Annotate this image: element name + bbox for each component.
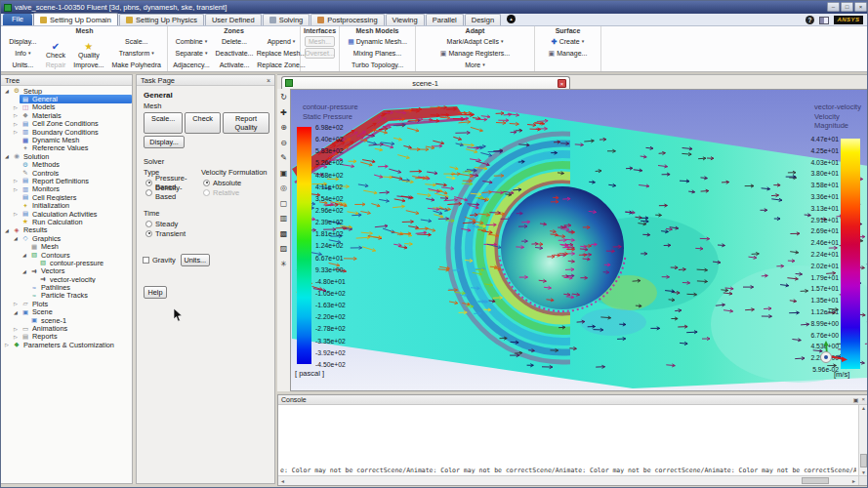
console-vertical-scrollbar[interactable]: ▲ ▼ <box>858 405 868 475</box>
close-icon[interactable]: × <box>267 77 270 84</box>
tab-setting-up-physics[interactable]: Setting Up Physics <box>119 14 204 25</box>
scale-button[interactable]: Scale... <box>144 112 183 134</box>
radio-steady[interactable]: Steady <box>145 220 274 227</box>
tree-collapsed-icon[interactable]: ▷ <box>12 104 20 110</box>
radio-transient[interactable]: Transient <box>145 229 274 237</box>
units-button[interactable]: Units... <box>181 254 210 266</box>
zones-append-button[interactable]: Append▾ <box>258 36 305 47</box>
tree-collapsed-icon[interactable]: ▷ <box>12 334 20 340</box>
tree-collapsed-icon[interactable]: ▷ <box>12 121 20 127</box>
fit-window-icon[interactable]: ▢ <box>278 198 289 210</box>
ribbon-toggle-icon[interactable]: ▴ <box>507 15 516 23</box>
tree-item-boundary-conditions[interactable]: ▷▥Boundary Conditions <box>1 128 132 136</box>
scrollbar-thumb[interactable] <box>802 477 829 484</box>
tree-collapsed-icon[interactable]: ▷ <box>12 129 20 135</box>
report-quality-button[interactable]: Report Quality <box>223 112 269 134</box>
viewport[interactable]: contour-pressure Static Pressure 6.98e+0… <box>290 89 868 391</box>
tree-item-graphics[interactable]: ◢◇Graphics <box>1 234 132 242</box>
tree-collapsed-icon[interactable]: ▷ <box>12 301 20 306</box>
tree-item-cell-registers[interactable]: ▤Cell Registers <box>1 193 132 201</box>
tree-item-solution[interactable]: ◢◉Solution <box>1 152 132 160</box>
tree-item-contour-pressure[interactable]: ▧contour-pressure <box>1 259 132 266</box>
mesh-display-button[interactable]: Display... <box>6 36 40 47</box>
tree-expanded-icon[interactable]: ◢ <box>21 268 28 274</box>
surface-create-button[interactable]: ✚Create▾ <box>539 36 597 47</box>
zoom-out-icon[interactable]: ⊖ <box>278 138 289 149</box>
console-body[interactable]: e: Color may not be correctScene/Animate… <box>278 405 868 485</box>
tree-item-setup[interactable]: ◢⚙Setup <box>1 87 132 95</box>
minimize-icon[interactable]: – <box>827 2 840 12</box>
tree-item-cell-zone-conditions[interactable]: ▷▤Cell Zone Conditions <box>1 120 132 128</box>
rotate-icon[interactable]: ↻ <box>278 92 289 103</box>
mesh-check-button[interactable]: ✔ Check <box>44 36 68 59</box>
tree-item-methods[interactable]: ⚙Methods <box>1 161 132 169</box>
mesh-make-polyhedra-button[interactable]: Make Polyhedra <box>109 60 163 70</box>
mesh-scale-button[interactable]: Scale... <box>109 36 163 47</box>
tree-item-reports[interactable]: ▷▤Reports <box>1 333 132 341</box>
tree-item-run-calculation[interactable]: ★Run Calculation <box>1 218 132 225</box>
turbo-topology-button[interactable]: Turbo Topology... <box>344 60 411 70</box>
tree-expanded-icon[interactable]: ◢ <box>21 252 28 258</box>
zoom-box-icon[interactable]: ▣ <box>278 168 289 180</box>
help-icon[interactable]: ? <box>806 16 814 24</box>
tree-item-pathlines[interactable]: ≈Pathlines <box>1 283 132 291</box>
tree-item-monitors[interactable]: ▷▥Monitors <box>1 185 132 193</box>
tree-item-report-definitions[interactable]: ▷▤Report Definitions <box>1 177 132 184</box>
tree-item-controls[interactable]: ✎Controls <box>1 169 132 177</box>
mark-adapt-cells-button[interactable]: Mark/Adapt Cells▾ <box>420 36 530 47</box>
adapt-more-button[interactable]: More▾ <box>420 60 530 70</box>
tree-collapsed-icon[interactable]: ▷ <box>3 342 11 347</box>
resize-grip[interactable] <box>858 475 868 485</box>
zones-activate-button[interactable]: Activate... <box>215 60 254 70</box>
tree-expanded-icon[interactable]: ◢ <box>12 235 20 241</box>
gravity-checkbox[interactable] <box>143 257 149 264</box>
tree-collapsed-icon[interactable]: ▷ <box>12 326 20 332</box>
mesh-transform-button[interactable]: Transform▾ <box>109 48 163 59</box>
lights-icon[interactable]: ✳ <box>278 259 289 270</box>
tree-expanded-icon[interactable]: ◢ <box>3 227 11 233</box>
zones-replace-mesh-button[interactable]: Replace Mesh... <box>258 48 305 59</box>
scene-tab[interactable]: scene-1 × <box>281 76 570 89</box>
tree-item-particle-tracks[interactable]: ≈Particle Tracks <box>1 292 132 300</box>
tree-item-parameters-customization[interactable]: ▷◆Parameters & Customization <box>1 341 132 348</box>
mesh-units-button[interactable]: Units... <box>6 60 40 70</box>
tab-user-defined[interactable]: User Defined <box>205 14 262 25</box>
manage-registers-button[interactable]: ▣Manage Registers... <box>420 48 530 59</box>
mesh-quality-button[interactable]: ★ Quality <box>71 36 105 59</box>
zones-separate-button[interactable]: Separate▾ <box>172 48 211 59</box>
tree-collapsed-icon[interactable]: ▷ <box>12 112 20 118</box>
mesh-info-button[interactable]: Info▾ <box>6 48 40 59</box>
pan-icon[interactable]: ✚ <box>278 107 289 119</box>
zones-delete-button[interactable]: Delete... <box>215 36 254 47</box>
views-icon[interactable]: ▨ <box>278 243 289 255</box>
scene-close-icon[interactable]: × <box>558 79 566 88</box>
tree-expanded-icon[interactable]: ◢ <box>12 309 20 315</box>
tree-item-models[interactable]: ▷◫Models <box>1 103 132 111</box>
maximize-icon[interactable]: □ <box>841 2 853 12</box>
dynamic-mesh-button[interactable]: ▦Dynamic Mesh... <box>344 36 411 47</box>
probe-icon[interactable]: ✎ <box>278 152 289 164</box>
display-button[interactable]: Display... <box>144 136 185 148</box>
tree-item-results[interactable]: ◢◈Results <box>1 226 132 234</box>
tab-postprocessing[interactable]: Postprocessing <box>310 14 384 25</box>
zones-adjacency-button[interactable]: Adjacency... <box>172 60 211 70</box>
radio-density-based[interactable]: Density-Based <box>145 188 199 196</box>
tree-item-animations[interactable]: ▷▭Animations <box>1 324 132 332</box>
tree-collapsed-icon[interactable]: ▷ <box>12 186 20 192</box>
axes-icon[interactable]: ▥ <box>278 213 289 224</box>
magnify-icon[interactable]: ◎ <box>278 183 289 194</box>
scroll-right-icon[interactable]: ► <box>851 478 856 484</box>
tree-item-materials[interactable]: ▷◆Materials <box>1 111 132 119</box>
console-pin-icon[interactable]: ▣ <box>853 396 859 403</box>
console-horizontal-scrollbar[interactable]: ◄ ► <box>278 475 858 485</box>
tree-item-general[interactable]: ▤General <box>1 95 132 102</box>
zones-deactivate-button[interactable]: Deactivate... <box>215 48 254 59</box>
tree-collapsed-icon[interactable]: ▷ <box>12 178 20 183</box>
surface-manage-button[interactable]: ▣Manage... <box>539 48 597 59</box>
check-button[interactable]: Check <box>185 112 221 134</box>
scroll-up-icon[interactable]: ▲ <box>859 405 868 411</box>
tab-viewing[interactable]: Viewing <box>386 14 425 25</box>
close-icon[interactable]: × <box>854 2 867 12</box>
mesh-improve-button[interactable]: Improve... <box>71 60 105 70</box>
tree-item-contours[interactable]: ◢▧Contours <box>1 251 132 259</box>
